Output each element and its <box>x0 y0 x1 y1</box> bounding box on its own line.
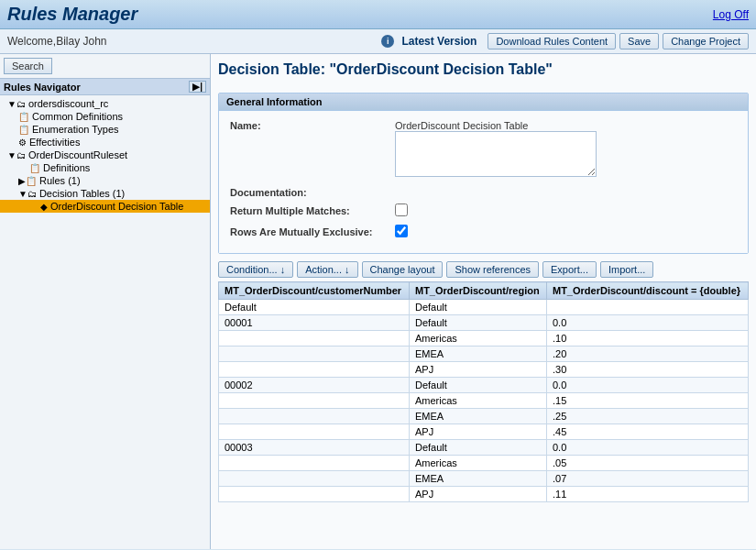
app-header: Rules Manager Log Off <box>0 0 756 29</box>
cell-5-1: Default <box>409 378 546 393</box>
tree-item-defs[interactable]: 📋Definitions <box>0 161 210 174</box>
cell-8-0 <box>219 424 410 440</box>
import-btn[interactable]: Import... <box>600 261 653 278</box>
mutual-row: Rows Are Mutually Exclusive: <box>230 225 737 240</box>
multi-match-value <box>395 204 737 219</box>
table-row: 00001Default0.0 <box>219 315 749 331</box>
name-label: Name: <box>230 118 395 131</box>
search-button[interactable]: Search <box>4 58 52 74</box>
cell-0-2 <box>546 300 748 315</box>
cell-1-0: 00001 <box>219 315 410 331</box>
nav-header: Rules Navigator ▶| <box>0 79 210 95</box>
cell-2-2: .10 <box>546 331 748 346</box>
search-bar: Search <box>0 54 210 79</box>
table-row: Americas.15 <box>219 393 749 409</box>
cell-10-2: .05 <box>546 456 748 471</box>
tree-icon-effect: ⚙ <box>18 138 27 148</box>
tree-item-ruleset[interactable]: ▼🗂OrderDiscountRuleset <box>0 148 210 161</box>
download-rules-button[interactable]: Download Rules Content <box>488 33 616 50</box>
general-info-body: Name: OrderDiscount Decision Table Docum… <box>219 111 748 253</box>
cell-6-1: Americas <box>409 393 546 409</box>
name-row: Name: OrderDiscount Decision Table <box>230 118 737 180</box>
mutual-value <box>395 225 737 240</box>
nav-tree: ▼🗂ordersdiscount_rc📋Common Definitions📋E… <box>0 95 210 549</box>
cell-4-2: .30 <box>546 362 748 378</box>
cell-2-1: Americas <box>409 331 546 346</box>
cell-7-0 <box>219 409 410 424</box>
doc-label: Documentation: <box>230 185 395 198</box>
main-toolbar: Welcome,Bilay John i Latest Version Down… <box>0 29 756 54</box>
mutual-label: Rows Are Mutually Exclusive: <box>230 225 395 237</box>
export-btn[interactable]: Export... <box>542 261 597 278</box>
table-row: EMEA.25 <box>219 409 749 424</box>
tree-item-dt[interactable]: ▼🗂Decision Tables (1) <box>0 187 210 200</box>
table-body: DefaultDefault00001Default0.0Americas.10… <box>219 300 749 502</box>
tree-icon-dt-item: ◆ <box>40 202 48 212</box>
tree-label-common: Common Definitions <box>32 111 123 122</box>
cell-0-1: Default <box>409 300 546 315</box>
table-row: EMEA.20 <box>219 346 749 362</box>
cell-3-0 <box>219 346 410 362</box>
layout-btn[interactable]: Change layout <box>362 261 444 278</box>
action-btn[interactable]: Action... ↓ <box>297 261 357 278</box>
change-project-button[interactable]: Change Project <box>663 33 749 50</box>
cell-1-1: Default <box>409 315 546 331</box>
tree-icon-root: ▼🗂 <box>7 99 26 109</box>
table-toolbar: Condition... ↓Action... ↓Change layoutSh… <box>218 261 749 278</box>
tree-label-enum: Enumeration Types <box>32 124 119 135</box>
logout-link[interactable]: Log Off <box>713 8 749 21</box>
cell-8-2: .45 <box>546 424 748 440</box>
refs-btn[interactable]: Show references <box>446 261 539 278</box>
cell-12-2: .11 <box>546 487 748 502</box>
table-row: APJ.11 <box>219 487 749 502</box>
name-text: OrderDiscount Decision Table <box>395 118 737 131</box>
nav-expand-icon[interactable]: ▶| <box>189 81 206 93</box>
tree-item-rules[interactable]: ▶📋Rules (1) <box>0 174 210 187</box>
table-row: APJ.30 <box>219 362 749 378</box>
name-value: OrderDiscount Decision Table <box>395 118 737 180</box>
tree-icon-enum: 📋 <box>18 125 29 135</box>
multi-match-row: Return Multiple Matches: <box>230 204 737 219</box>
doc-row: Documentation: <box>230 185 737 198</box>
documentation-textarea[interactable] <box>395 131 597 177</box>
table-row: Americas.10 <box>219 331 749 346</box>
multi-match-checkbox[interactable] <box>395 204 408 216</box>
cell-2-0 <box>219 331 410 346</box>
mutual-checkbox[interactable] <box>395 225 408 237</box>
tree-item-common[interactable]: 📋Common Definitions <box>0 110 210 123</box>
main-layout: Search Rules Navigator ▶| ▼🗂ordersdiscou… <box>0 54 756 549</box>
table-row: 00002Default0.0 <box>219 378 749 393</box>
cell-3-1: EMEA <box>409 346 546 362</box>
left-panel: Search Rules Navigator ▶| ▼🗂ordersdiscou… <box>0 54 211 549</box>
col-header-2: MT_OrderDiscount/discount = {double} <box>546 282 748 300</box>
cell-7-2: .25 <box>546 409 748 424</box>
tree-item-root[interactable]: ▼🗂ordersdiscount_rc <box>0 97 210 110</box>
toolbar-actions: i Latest Version Download Rules Content … <box>381 33 749 50</box>
general-info-section: General Information Name: OrderDiscount … <box>218 93 749 254</box>
tree-item-dt-item[interactable]: ◆OrderDiscount Decision Table <box>0 200 210 213</box>
col-header-1: MT_OrderDiscount/region <box>409 282 546 300</box>
table-header-row: MT_OrderDiscount/customerNumber MT_Order… <box>219 282 749 300</box>
cell-9-2: 0.0 <box>546 440 748 456</box>
tree-item-effect[interactable]: ⚙Effectivities <box>0 136 210 148</box>
general-info-header: General Information <box>219 94 748 111</box>
tree-icon-ruleset: ▼🗂 <box>7 150 26 160</box>
latest-version-label: Latest Version <box>401 35 477 48</box>
table-row: Americas.05 <box>219 456 749 471</box>
cell-6-2: .15 <box>546 393 748 409</box>
cell-12-1: APJ <box>409 487 546 502</box>
condition-btn[interactable]: Condition... ↓ <box>218 261 293 278</box>
cell-5-2: 0.0 <box>546 378 748 393</box>
save-button[interactable]: Save <box>619 33 659 50</box>
right-panel[interactable]: Decision Table: "OrderDiscount Decision … <box>211 54 756 549</box>
tree-label-dt: Decision Tables (1) <box>39 188 125 199</box>
tree-item-enum[interactable]: 📋Enumeration Types <box>0 123 210 136</box>
cell-11-1: EMEA <box>409 471 546 487</box>
tree-label-root: ordersdiscount_rc <box>28 98 108 109</box>
tree-icon-rules: ▶📋 <box>18 176 37 186</box>
info-icon: i <box>381 35 394 48</box>
multi-match-label: Return Multiple Matches: <box>230 204 395 216</box>
cell-11-0 <box>219 471 410 487</box>
welcome-text: Welcome,Bilay John <box>7 35 107 48</box>
cell-0-0: Default <box>219 300 410 315</box>
